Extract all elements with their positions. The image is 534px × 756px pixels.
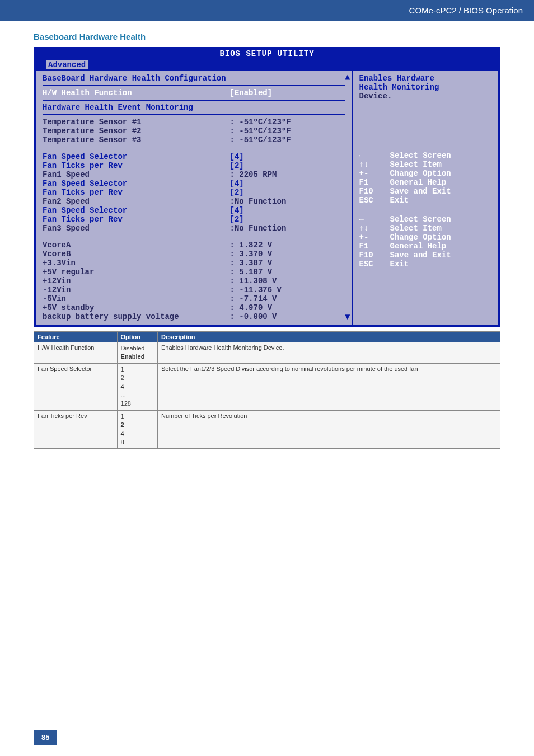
volt-value: : 3.387 V xyxy=(229,259,344,267)
volt-label: -12Vin xyxy=(43,285,229,294)
help-line3: Device. xyxy=(359,92,492,101)
bios-screenshot: BIOS SETUP UTILITY Advanced ▲ ▼ BaseBoar… xyxy=(34,47,500,327)
fan-label[interactable]: Fan Speed Selector xyxy=(43,206,229,215)
volt-value: : -11.376 V xyxy=(229,285,344,294)
fan-label[interactable]: Fan Ticks per Rev xyxy=(43,161,229,170)
breadcrumb: COMe-cPC2 / BIOS Operation xyxy=(409,6,523,15)
fan-value[interactable]: [4] xyxy=(229,179,344,188)
nav-desc: Save and Exit xyxy=(390,251,451,260)
fan-value: :No Function xyxy=(229,224,344,233)
feature-table: Feature Option Description H/W Health Fu… xyxy=(34,331,500,449)
volt-value: : 3.370 V xyxy=(229,250,344,259)
fan-value[interactable]: [2] xyxy=(229,215,344,224)
temp-label: Temperature Sensor #2 xyxy=(43,126,229,135)
fan-label[interactable]: Fan Ticks per Rev xyxy=(43,215,229,224)
nav-key: F10 xyxy=(359,187,390,196)
temp-label: Temperature Sensor #3 xyxy=(43,135,229,144)
nav-desc: Change Option xyxy=(390,233,451,242)
volt-label: +5V regular xyxy=(43,267,229,276)
nav-help-1: ←Select Screen↑↓Select Item+-Change Opti… xyxy=(359,151,492,205)
header-bar: COMe-cPC2 / BIOS Operation xyxy=(0,0,534,21)
nav-desc: Exit xyxy=(390,260,409,269)
nav-key: F10 xyxy=(359,251,390,260)
fan-value: : 2205 RPM xyxy=(229,170,344,179)
nav-key: ESC xyxy=(359,260,390,269)
volt-value: : -7.714 V xyxy=(229,294,344,303)
fan-value[interactable]: [4] xyxy=(229,152,344,161)
volt-label: -5Vin xyxy=(43,294,229,303)
nav-key: F1 xyxy=(359,178,390,187)
nav-key: ↑↓ xyxy=(359,224,390,233)
fan-label: Fan3 Speed xyxy=(43,224,229,233)
th-option: Option xyxy=(117,332,157,342)
help-line2: Health Monitoring xyxy=(359,83,492,92)
cell-option: DisabledEnabled xyxy=(117,342,157,364)
bios-right-pane: Enables Hardware Health Monitoring Devic… xyxy=(353,71,500,326)
nav-desc: Select Screen xyxy=(390,151,451,160)
nav-key: ← xyxy=(359,151,390,160)
fan-label: Fan2 Speed xyxy=(43,197,229,206)
temp-value: : -51ºC/123ºF xyxy=(229,135,344,144)
volt-value: : 4.970 V xyxy=(229,303,344,312)
nav-key: +- xyxy=(359,233,390,242)
nav-key: ← xyxy=(359,215,390,224)
fan-label: Fan1 Speed xyxy=(43,170,229,179)
volt-value: : -0.000 V xyxy=(229,312,344,321)
bios-left-pane: ▲ ▼ BaseBoard Hardware Health Configurat… xyxy=(35,71,353,326)
nav-desc: General Help xyxy=(390,178,447,187)
nav-desc: General Help xyxy=(390,242,447,251)
heading-config: BaseBoard Hardware Health Configuration xyxy=(43,74,345,83)
nav-desc: Select Screen xyxy=(390,215,451,224)
cell-description: Select the Fan1/2/3 Speed Divisor accord… xyxy=(157,363,500,410)
fan-value[interactable]: [4] xyxy=(229,206,344,215)
nav-key: +- xyxy=(359,169,390,178)
nav-key: ↑↓ xyxy=(359,160,390,169)
cell-feature: Fan Speed Selector xyxy=(34,363,118,410)
cell-description: Enables Hardware Health Monitoring Devic… xyxy=(157,342,500,364)
fan-value[interactable]: [2] xyxy=(229,188,344,197)
bios-tabs: Advanced xyxy=(35,59,499,71)
cell-description: Number of Ticks per Revolution xyxy=(157,410,500,449)
volt-value: : 1.822 V xyxy=(229,241,344,250)
temp-value: : -51ºC/123ºF xyxy=(229,126,344,135)
fan-label[interactable]: Fan Ticks per Rev xyxy=(43,188,229,197)
tab-advanced[interactable]: Advanced xyxy=(46,60,88,69)
bios-title: BIOS SETUP UTILITY xyxy=(35,48,499,59)
th-description: Description xyxy=(157,332,500,342)
nav-key: ESC xyxy=(359,196,390,205)
cell-feature: Fan Ticks per Rev xyxy=(34,410,118,449)
cell-option: 1248 xyxy=(117,410,157,449)
scroll-down-arrow-icon: ▼ xyxy=(345,312,350,322)
temp-value: : -51ºC/123ºF xyxy=(229,118,344,126)
scroll-up-arrow-icon: ▲ xyxy=(345,73,350,83)
volt-label: +12Vin xyxy=(43,276,229,285)
volt-label: +3.3Vin xyxy=(43,259,229,267)
fan-value: :No Function xyxy=(229,197,344,206)
temp-label: Temperature Sensor #1 xyxy=(43,118,229,126)
fan-value[interactable]: [2] xyxy=(229,161,344,170)
fan-label[interactable]: Fan Speed Selector xyxy=(43,152,229,161)
hw-func-value[interactable]: [Enabled] xyxy=(229,88,344,97)
hw-func-label[interactable]: H/W Health Function xyxy=(43,88,229,97)
volt-value: : 5.107 V xyxy=(229,267,344,276)
heading-monitoring: Hardware Health Event Monitoring xyxy=(43,103,345,112)
section-title: Baseboard Hardware Health xyxy=(34,32,500,41)
th-feature: Feature xyxy=(34,332,118,342)
nav-desc: Change Option xyxy=(390,169,451,178)
nav-desc: Save and Exit xyxy=(390,187,451,196)
fan-label[interactable]: Fan Speed Selector xyxy=(43,179,229,188)
volt-label: VcoreB xyxy=(43,250,229,259)
nav-desc: Select Item xyxy=(390,224,442,233)
nav-desc: Exit xyxy=(390,196,409,205)
nav-help-2: ←Select Screen↑↓Select Item+-Change Opti… xyxy=(359,215,492,269)
volt-label: backup battery supply voltage xyxy=(43,312,229,321)
nav-key: F1 xyxy=(359,242,390,251)
cell-feature: H/W Health Function xyxy=(34,342,118,364)
volt-label: +5V standby xyxy=(43,303,229,312)
cell-option: 124...128 xyxy=(117,363,157,410)
nav-desc: Select Item xyxy=(390,160,442,169)
help-line1: Enables Hardware xyxy=(359,74,492,83)
volt-value: : 11.308 V xyxy=(229,276,344,285)
volt-label: VcoreA xyxy=(43,241,229,250)
